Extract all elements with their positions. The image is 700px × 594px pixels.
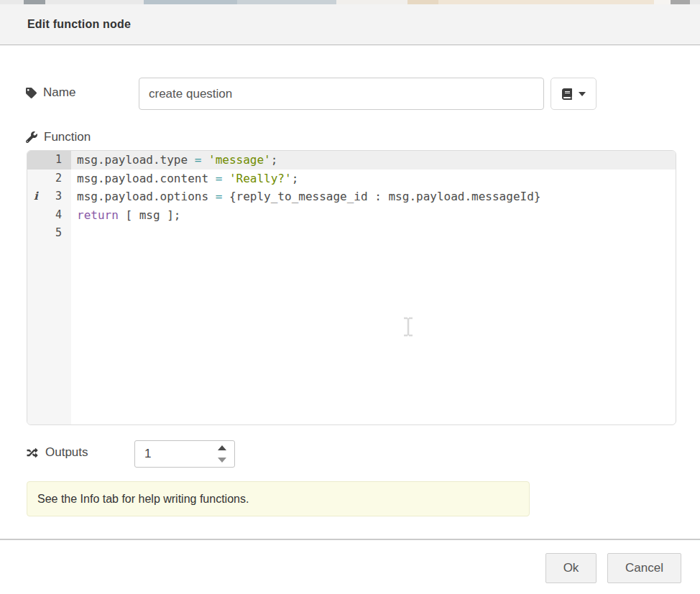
code-line: 4return [ msg ]; — [27, 206, 676, 225]
dialog-title: Edit function node — [27, 18, 131, 31]
function-label-text: Function — [44, 130, 91, 144]
function-code-editor[interactable]: 1msg.payload.type = 'message';2msg.paylo… — [27, 150, 676, 425]
code-token-plain: [ msg ]; — [119, 208, 181, 222]
name-label-text: Name — [43, 85, 75, 100]
name-input[interactable] — [139, 78, 544, 110]
dialog-header: Edit function node — [0, 4, 700, 45]
code-token-plain: {reply_to_message_id : msg.payload.messa… — [222, 190, 540, 203]
code-token-operator: = — [195, 153, 202, 167]
outputs-input[interactable] — [135, 441, 207, 467]
code-token-operator: = — [216, 190, 223, 203]
form-tip: See the Info tab for help writing functi… — [27, 481, 530, 516]
code-token-plain: ; — [292, 172, 299, 185]
code-text: msg.payload.options = {reply_to_message_… — [71, 187, 540, 206]
tag-icon — [26, 88, 37, 98]
code-token-keyword: return — [77, 208, 119, 222]
line-number: 5 — [27, 224, 71, 243]
code-token-string: 'message' — [208, 153, 271, 167]
code-token-operator: = — [216, 172, 223, 185]
code-token-plain — [222, 172, 229, 185]
cancel-button[interactable]: Cancel — [607, 553, 681, 583]
caret-down-icon — [579, 92, 586, 96]
info-annotation-icon: i — [34, 187, 38, 206]
library-button[interactable] — [551, 78, 597, 110]
code-text: msg.payload.type = 'message'; — [71, 151, 277, 170]
shuffle-icon — [26, 447, 39, 458]
text-cursor-icon — [402, 317, 415, 337]
outputs-label-text: Outputs — [45, 445, 88, 460]
line-number: 1 — [27, 151, 71, 170]
arrow-down-icon — [218, 458, 226, 463]
footer-divider — [0, 539, 700, 540]
spinner-down-button[interactable] — [211, 454, 234, 466]
code-text — [71, 224, 77, 243]
ok-button[interactable]: Ok — [545, 553, 597, 583]
code-line: 2msg.payload.content = 'Really?'; — [27, 170, 676, 188]
code-token-plain: msg.payload.options — [77, 190, 216, 203]
code-line: 1msg.payload.type = 'message'; — [27, 151, 676, 170]
arrow-up-icon — [218, 445, 226, 450]
line-number: 2 — [27, 170, 71, 188]
name-label: Name — [26, 85, 75, 100]
code-token-plain — [201, 153, 208, 167]
spinner-up-button[interactable] — [211, 442, 234, 454]
outputs-spinner — [134, 440, 235, 468]
code-line: i3msg.payload.options = {reply_to_messag… — [27, 187, 676, 206]
form-tip-text: See the Info tab for help writing functi… — [37, 493, 249, 506]
outputs-label: Outputs — [26, 445, 88, 460]
code-token-plain: msg.payload.content — [77, 172, 216, 185]
book-icon — [561, 88, 573, 100]
code-token-plain: msg.payload.type — [77, 153, 195, 167]
code-text: return [ msg ]; — [71, 206, 181, 225]
code-token-string: 'Really?' — [229, 172, 292, 185]
wrench-icon — [26, 131, 37, 143]
code-token-plain: ; — [271, 153, 278, 167]
code-line: 5 — [27, 224, 676, 243]
line-number: 4 — [27, 206, 71, 225]
function-label: Function — [26, 130, 91, 144]
code-text: msg.payload.content = 'Really?'; — [71, 170, 298, 188]
line-number: i3 — [27, 187, 71, 206]
